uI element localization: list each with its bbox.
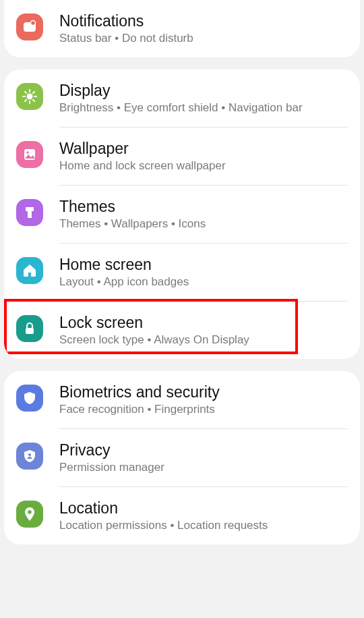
settings-group: NotificationsStatus bar • Do not disturb [4,0,360,57]
svg-line-10 [33,92,34,93]
location-icon [16,501,43,528]
settings-item-title: Privacy [59,441,351,459]
settings-item-notifications[interactable]: NotificationsStatus bar • Do not disturb [4,0,360,57]
settings-item-home-screen[interactable]: Home screenLayout • App icon badges [4,244,360,301]
settings-item-display[interactable]: DisplayBrightness • Eye comfort shield •… [4,69,360,127]
settings-item-text: Home screenLayout • App icon badges [59,256,351,289]
settings-item-themes[interactable]: ThemesThemes • Wallpapers • Icons [4,186,360,243]
settings-item-title: Themes [59,198,351,216]
settings-item-text: Lock screenScreen lock type • Always On … [59,314,351,347]
svg-point-14 [28,453,31,456]
settings-item-text: DisplayBrightness • Eye comfort shield •… [59,82,351,115]
settings-item-subtitle: Permission manager [59,461,351,474]
settings-item-title: Biometrics and security [59,383,351,401]
settings-item-subtitle: Themes • Wallpapers • Icons [59,217,351,231]
svg-point-15 [28,510,32,514]
settings-item-title: Display [59,82,351,100]
settings-item-title: Location [59,499,351,517]
svg-rect-13 [26,328,34,334]
settings-item-subtitle: Screen lock type • Always On Display [59,333,351,347]
settings-item-wallpaper[interactable]: WallpaperHome and lock screen wallpaper [4,128,360,185]
settings-item-biometrics[interactable]: Biometrics and securityFace recognition … [4,371,360,428]
svg-line-8 [33,100,34,101]
svg-line-9 [25,100,26,101]
settings-item-location[interactable]: LocationLocation permissions • Location … [4,487,360,544]
wallpaper-icon [16,141,43,168]
home-icon [16,257,43,284]
themes-icon [16,199,43,226]
privacy-icon [16,443,43,470]
settings-item-text: Biometrics and securityFace recognition … [59,383,351,416]
notification-icon [16,13,43,40]
settings-item-subtitle: Layout • App icon badges [59,275,351,289]
settings-item-privacy[interactable]: PrivacyPermission manager [4,429,360,486]
svg-point-2 [27,94,33,100]
shield-icon [16,385,43,412]
settings-group: DisplayBrightness • Eye comfort shield •… [4,69,360,359]
settings-item-text: WallpaperHome and lock screen wallpaper [59,140,351,173]
settings-item-subtitle: Status bar • Do not disturb [59,32,351,45]
brightness-icon [16,83,43,110]
settings-item-text: ThemesThemes • Wallpapers • Icons [59,198,351,231]
svg-line-7 [25,92,26,93]
settings-item-text: PrivacyPermission manager [59,441,351,474]
settings-item-title: Notifications [59,12,351,30]
settings-item-subtitle: Face recognition • Fingerprints [59,403,351,416]
settings-item-lock-screen[interactable]: Lock screenScreen lock type • Always On … [4,302,360,359]
settings-item-subtitle: Brightness • Eye comfort shield • Naviga… [59,101,351,115]
settings-group: Biometrics and securityFace recognition … [4,371,360,544]
lock-icon [16,315,43,342]
svg-point-12 [26,151,29,154]
settings-item-title: Lock screen [59,314,351,332]
settings-item-text: NotificationsStatus bar • Do not disturb [59,12,351,45]
settings-item-subtitle: Home and lock screen wallpaper [59,159,351,173]
svg-point-1 [31,21,36,26]
settings-item-subtitle: Location permissions • Location requests [59,519,351,532]
settings-item-text: LocationLocation permissions • Location … [59,499,351,532]
settings-item-title: Wallpaper [59,140,351,158]
settings-item-title: Home screen [59,256,351,274]
